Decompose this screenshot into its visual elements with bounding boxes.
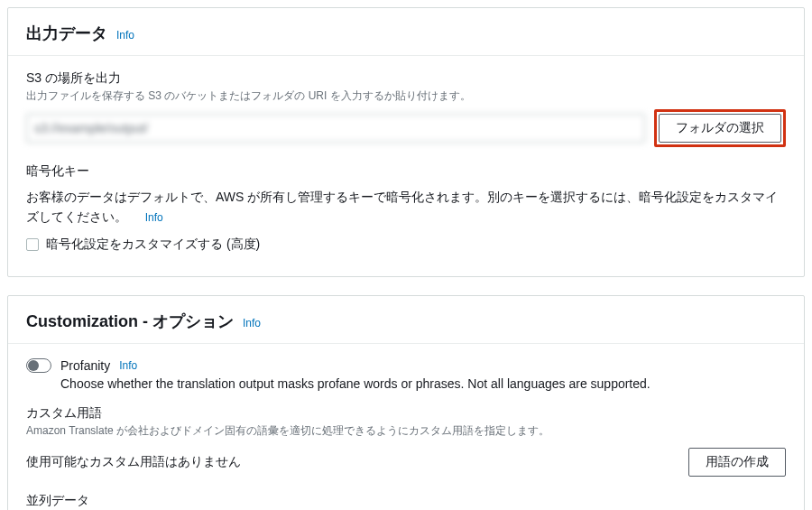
- custom-terms-hint: Amazon Translate が会社およびドメイン固有の語彙を適切に処理でき…: [26, 423, 786, 439]
- output-data-panel: 出力データ Info S3 の場所を出力 出力ファイルを保存する S3 のバケッ…: [7, 7, 805, 277]
- select-folder-highlight: フォルダの選択: [654, 109, 786, 147]
- output-title: 出力データ: [26, 24, 107, 42]
- parallel-data-field: 並列データ ジョブ出力のスタイル、トーン、単語の選択を調整するための並列データフ…: [26, 493, 786, 510]
- profanity-info-link[interactable]: Info: [119, 359, 137, 372]
- output-info-link[interactable]: Info: [116, 29, 134, 42]
- encryption-desc-text: お客様のデータはデフォルトで、AWS が所有し管理するキーで暗号化されます。別の…: [26, 190, 778, 224]
- encryption-desc: お客様のデータはデフォルトで、AWS が所有し管理するキーで暗号化されます。別の…: [26, 187, 786, 227]
- s3-input-row: フォルダの選択: [26, 109, 786, 147]
- parallel-data-label: 並列データ: [26, 493, 786, 509]
- profanity-toggle-row: Profanity Info: [26, 358, 786, 373]
- encryption-field: 暗号化キー お客様のデータはデフォルトで、AWS が所有し管理するキーで暗号化さ…: [26, 163, 786, 253]
- output-panel-header: 出力データ Info: [8, 8, 804, 56]
- customization-info-link[interactable]: Info: [243, 317, 261, 329]
- customization-panel-header: Customization - オプション Info: [8, 296, 804, 344]
- profanity-toggle[interactable]: [26, 358, 51, 373]
- s3-location-field: S3 の場所を出力 出力ファイルを保存する S3 のバケットまたはフォルダの U…: [26, 70, 786, 147]
- output-panel-body: S3 の場所を出力 出力ファイルを保存する S3 のバケットまたはフォルダの U…: [8, 56, 804, 276]
- customization-title: Customization - オプション: [26, 312, 234, 330]
- s3-hint: 出力ファイルを保存する S3 のバケットまたはフォルダの URI を入力するか貼…: [26, 88, 786, 104]
- encryption-info-link[interactable]: Info: [145, 211, 163, 224]
- encryption-checkbox-row: 暗号化設定をカスタマイズする (高度): [26, 236, 786, 253]
- create-terms-button[interactable]: 用語の作成: [688, 448, 786, 477]
- customization-panel: Customization - オプション Info Profanity Inf…: [7, 295, 805, 510]
- custom-terms-row: 使用可能なカスタム用語はありません 用語の作成: [26, 448, 786, 477]
- custom-terms-field: カスタム用語 Amazon Translate が会社およびドメイン固有の語彙を…: [26, 405, 786, 477]
- custom-terms-empty: 使用可能なカスタム用語はありません: [26, 450, 241, 474]
- encryption-label: 暗号化キー: [26, 163, 786, 180]
- profanity-label: Profanity: [60, 358, 110, 373]
- profanity-description: Choose whether the translation output ma…: [60, 376, 786, 391]
- encryption-checkbox-label: 暗号化設定をカスタマイズする (高度): [46, 236, 260, 253]
- customization-panel-body: Profanity Info Choose whether the transl…: [8, 344, 804, 510]
- s3-uri-input[interactable]: [26, 114, 645, 143]
- select-folder-button[interactable]: フォルダの選択: [659, 114, 781, 143]
- encryption-customize-checkbox[interactable]: [26, 238, 39, 251]
- custom-terms-label: カスタム用語: [26, 405, 786, 422]
- s3-label: S3 の場所を出力: [26, 70, 786, 87]
